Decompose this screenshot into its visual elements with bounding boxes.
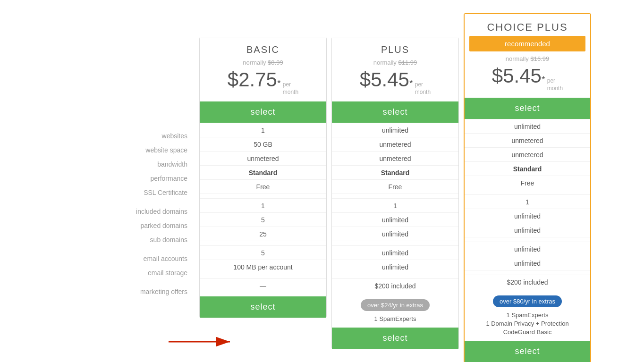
choice-plus-domain-privacy: 1 Domain Privacy + Protection (469, 320, 585, 327)
plus-email-storage: unlimited (332, 260, 458, 274)
basic-features: 1 50 GB unmetered Standard Free 1 5 25 5… (200, 123, 326, 293)
plus-features: unlimited unmetered unmetered Standard F… (332, 123, 458, 293)
plus-per: permonth (415, 81, 431, 96)
label-ssl: SSL Certificate (51, 185, 187, 200)
choice-plus-extras-badge: over $80/yr in extras (493, 295, 562, 307)
plus-bandwidth: unmetered (332, 151, 458, 165)
choice-plus-email-accounts: unlimited (465, 242, 590, 256)
choice-plus-email-storage: unlimited (465, 256, 590, 270)
plus-spam-experts: 1 SpamExperts (337, 315, 454, 322)
choice-plus-parked-domains: unlimited (465, 209, 590, 223)
basic-sub-domains: 25 (200, 227, 326, 241)
plus-included-domains: 1 (332, 198, 458, 212)
choice-plus-websites: unlimited (465, 119, 590, 133)
basic-select-top[interactable]: select (200, 101, 326, 123)
choice-plus-ssl: Free (465, 176, 590, 190)
basic-select-bottom[interactable]: select (200, 296, 326, 318)
basic-title: BASIC (204, 44, 322, 55)
basic-marketing: — (200, 278, 326, 293)
choice-plus-asterisk: * (542, 74, 545, 85)
label-performance: performance (51, 171, 187, 185)
choice-plus-codeguard: CodeGuard Basic (469, 328, 585, 336)
choice-plus-spam-experts: 1 SpamExperts (469, 311, 585, 319)
plus-price: $5.45 (360, 68, 409, 91)
basic-website-space: 50 GB (200, 137, 326, 151)
plan-plus: PLUS normally $11.99 $5.45 * permonth se… (331, 37, 459, 349)
plus-email-accounts: unlimited (332, 245, 458, 260)
label-bandwidth: bandwidth (51, 157, 187, 171)
choice-plus-price-row: $5.45 * permonth (469, 65, 585, 92)
choice-plus-select-top[interactable]: select (465, 98, 590, 119)
choice-plus-features: unlimited unmetered unmetered Standard F… (465, 119, 590, 289)
choice-plus-header: CHOICE PLUS recommended normally $16.99 … (465, 14, 590, 92)
label-website-space: website space (51, 143, 187, 157)
basic-price-row: $2.75 * permonth (204, 68, 322, 96)
basic-header: BASIC normally $8.99 $2.75 * permonth (200, 37, 326, 96)
plus-parked-domains: unlimited (332, 212, 458, 227)
feature-labels: websites website space bandwidth perform… (51, 37, 197, 299)
basic-websites: 1 (200, 123, 326, 137)
arrow-indicator (159, 330, 254, 355)
plus-header: PLUS normally $11.99 $5.45 * permonth (332, 37, 458, 96)
basic-included-domains: 1 (200, 198, 326, 212)
label-parked-domains: parked domains (51, 219, 187, 233)
basic-email-accounts: 5 (200, 245, 326, 260)
basic-email-storage: 100 MB per account (200, 260, 326, 274)
plus-sub-domains: unlimited (332, 227, 458, 241)
plus-ssl: Free (332, 179, 458, 194)
basic-ssl: Free (200, 179, 326, 194)
plus-performance: Standard (332, 165, 458, 179)
plan-basic: BASIC normally $8.99 $2.75 * permonth se… (199, 37, 327, 318)
choice-plus-sub-domains: unlimited (465, 223, 590, 237)
plus-select-top[interactable]: select (332, 101, 458, 123)
choice-plus-bandwidth: unmetered (465, 147, 590, 161)
label-included-domains: included domains (51, 204, 187, 219)
red-arrow-svg (159, 330, 254, 354)
basic-price: $2.75 (228, 68, 277, 91)
pricing-table: websites website space bandwidth perform… (51, 37, 593, 362)
basic-bandwidth: unmetered (200, 151, 326, 165)
basic-asterisk: * (277, 78, 281, 89)
basic-per: permonth (283, 81, 298, 96)
label-sub-domains: sub domains (51, 233, 187, 247)
plus-marketing: $200 included (332, 278, 458, 293)
basic-performance: Standard (200, 165, 326, 179)
plus-asterisk: * (409, 78, 413, 89)
plus-normally: normally $11.99 (337, 59, 454, 66)
choice-plus-normally: normally $16.99 (469, 55, 585, 62)
choice-plus-title: CHOICE PLUS (469, 21, 585, 34)
plus-title: PLUS (337, 44, 454, 55)
choice-plus-price: $5.45 (492, 65, 542, 87)
label-email-accounts: email accounts (51, 252, 187, 266)
choice-plus-marketing: $200 included (465, 275, 590, 289)
plus-website-space: unmetered (332, 137, 458, 151)
choice-plus-select-bottom[interactable]: select (465, 341, 590, 362)
plus-websites: unlimited (332, 123, 458, 137)
plan-choice-plus: CHOICE PLUS recommended normally $16.99 … (464, 13, 591, 362)
plus-select-bottom[interactable]: select (332, 328, 458, 349)
plus-extras: over $24/yr in extras 1 SpamExperts (332, 293, 458, 328)
choice-plus-extras: over $80/yr in extras 1 SpamExperts 1 Do… (465, 289, 590, 341)
choice-plus-performance: Standard (465, 161, 590, 176)
plus-price-row: $5.45 * permonth (337, 68, 454, 96)
label-marketing: marketing offers (51, 285, 187, 299)
choice-plus-included-domains: 1 (465, 194, 590, 209)
label-email-storage: email storage (51, 266, 187, 280)
basic-parked-domains: 5 (200, 212, 326, 227)
plus-extras-badge: over $24/yr in extras (361, 299, 430, 311)
choice-plus-website-space: unmetered (465, 133, 590, 147)
basic-normally: normally $8.99 (204, 59, 322, 66)
recommended-badge: recommended (469, 36, 585, 51)
label-websites: websites (51, 129, 187, 143)
choice-plus-per: permonth (547, 77, 563, 92)
